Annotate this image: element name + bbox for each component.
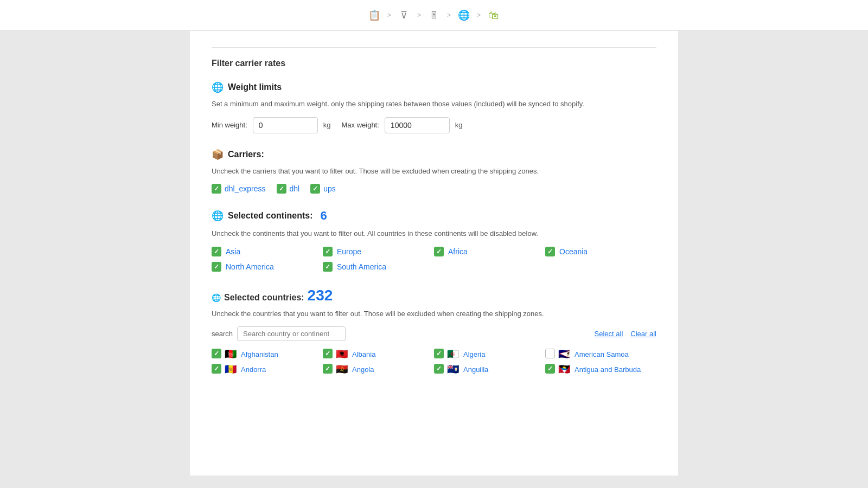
continent-south-america-checkbox[interactable] bbox=[323, 262, 333, 272]
step-document-icon[interactable]: 📋 bbox=[366, 7, 383, 24]
carrier-dhl-express-label: dhl_express bbox=[225, 184, 266, 193]
country-american-samoa-flag: 🇦🇸 bbox=[558, 349, 571, 358]
select-all-button[interactable]: Select all bbox=[595, 330, 623, 338]
country-american-samoa-row[interactable]: 🇦🇸 American Samoa bbox=[545, 349, 656, 358]
carriers-list: dhl_express dhl ups bbox=[212, 184, 656, 194]
country-anguilla-row[interactable]: 🇦🇮 Anguilla bbox=[434, 364, 545, 374]
country-american-samoa-checkbox[interactable] bbox=[545, 349, 555, 358]
country-angola-row[interactable]: 🇦🇴 Angola bbox=[323, 364, 434, 374]
carriers-section: 📦 Carriers: Uncheck the carriers that yo… bbox=[212, 149, 656, 194]
country-anguilla-checkbox[interactable] bbox=[434, 364, 444, 374]
continent-oceania[interactable]: Oceania bbox=[545, 247, 656, 256]
countries-heading-label: Selected countries: bbox=[224, 293, 304, 303]
countries-grid: 🇦🇫 Afghanistan 🇦🇱 Albania 🇩🇿 Algeria bbox=[212, 349, 656, 374]
min-weight-unit: kg bbox=[323, 121, 331, 129]
country-algeria-checkbox[interactable] bbox=[434, 349, 444, 358]
continents-grid: Asia Europe Africa Oceania North America bbox=[212, 247, 656, 272]
country-angola-label: Angola bbox=[352, 365, 374, 374]
page-title: Filter carrier rates bbox=[212, 59, 656, 68]
continents-count: 6 bbox=[320, 209, 327, 223]
country-search-input[interactable] bbox=[237, 326, 346, 341]
list-item: 🇦🇱 Albania bbox=[323, 349, 434, 358]
carrier-dhl-express-checkbox[interactable] bbox=[212, 184, 221, 194]
list-item: 🇦🇴 Angola bbox=[323, 364, 434, 374]
list-item: 🇦🇸 American Samoa bbox=[545, 349, 656, 358]
country-albania-checkbox[interactable] bbox=[323, 349, 333, 358]
country-albania-flag: 🇦🇱 bbox=[336, 349, 349, 358]
country-andorra-row[interactable]: 🇦🇩 Andorra bbox=[212, 364, 323, 374]
country-afghanistan-row[interactable]: 🇦🇫 Afghanistan bbox=[212, 349, 323, 358]
step-shopify-icon[interactable]: 🛍 bbox=[485, 7, 502, 24]
continent-europe-label: Europe bbox=[337, 247, 361, 256]
continent-asia-label: Asia bbox=[226, 247, 240, 256]
country-antigua-checkbox[interactable] bbox=[545, 364, 555, 374]
step-filter-icon[interactable]: ⊽ bbox=[395, 7, 413, 24]
weight-inputs-row: Min weight: kg Max weight: kg bbox=[212, 117, 656, 133]
clear-all-button[interactable]: Clear all bbox=[630, 330, 656, 338]
continent-africa-checkbox[interactable] bbox=[434, 247, 444, 256]
max-weight-input[interactable] bbox=[385, 117, 450, 133]
country-algeria-flag: 🇩🇿 bbox=[447, 349, 460, 358]
continent-oceania-checkbox[interactable] bbox=[545, 247, 555, 256]
country-anguilla-flag: 🇦🇮 bbox=[447, 364, 460, 373]
continent-africa[interactable]: Africa bbox=[434, 247, 545, 256]
countries-header: 🌐 Selected countries: 232 bbox=[212, 287, 656, 304]
list-item: 🇦🇩 Andorra bbox=[212, 364, 323, 374]
carriers-heading: 📦 Carriers: bbox=[212, 149, 656, 160]
max-weight-label: Max weight: bbox=[341, 121, 379, 129]
country-afghanistan-flag: 🇦🇫 bbox=[225, 349, 238, 358]
continent-south-america-label: South America bbox=[337, 262, 386, 271]
list-item: 🇩🇿 Algeria bbox=[434, 349, 545, 358]
weight-limits-section: 🌐 Weight limits Set a minimum and maximu… bbox=[212, 81, 656, 133]
continent-north-america-label: North America bbox=[226, 262, 274, 271]
step-sep-4: > bbox=[477, 11, 481, 19]
step-sep-1: > bbox=[387, 11, 391, 19]
carrier-dhl-express[interactable]: dhl_express bbox=[212, 184, 266, 194]
search-left: search bbox=[212, 326, 346, 341]
top-navigation: 📋 > ⊽ > 🎚 > 🌐 > 🛍 bbox=[0, 0, 868, 31]
country-algeria-row[interactable]: 🇩🇿 Algeria bbox=[434, 349, 545, 358]
continent-europe[interactable]: Europe bbox=[323, 247, 434, 256]
country-andorra-flag: 🇦🇩 bbox=[225, 364, 238, 373]
country-anguilla-label: Anguilla bbox=[463, 365, 488, 374]
country-antigua-flag: 🇦🇬 bbox=[558, 364, 571, 373]
country-angola-checkbox[interactable] bbox=[323, 364, 333, 374]
country-antigua-row[interactable]: 🇦🇬 Antigua and Barbuda bbox=[545, 364, 656, 374]
continent-asia[interactable]: Asia bbox=[212, 247, 323, 256]
countries-desc: Uncheck the countries that you want to f… bbox=[212, 309, 656, 319]
carrier-icon: 📦 bbox=[212, 149, 224, 160]
continent-south-america[interactable]: South America bbox=[323, 262, 434, 272]
search-actions: Select all Clear all bbox=[595, 330, 656, 338]
countries-search-row: search Select all Clear all bbox=[212, 326, 656, 341]
continent-north-america[interactable]: North America bbox=[212, 262, 323, 272]
globe-icon-countries: 🌐 bbox=[212, 293, 221, 302]
carrier-dhl[interactable]: dhl bbox=[277, 184, 300, 194]
top-divider bbox=[212, 47, 656, 48]
carrier-ups-label: ups bbox=[323, 184, 336, 193]
continent-north-america-checkbox[interactable] bbox=[212, 262, 221, 272]
globe-icon-continents: 🌐 bbox=[212, 210, 224, 222]
country-andorra-checkbox[interactable] bbox=[212, 364, 221, 374]
country-albania-row[interactable]: 🇦🇱 Albania bbox=[323, 349, 434, 358]
continents-desc: Uncheck the continents that you want to … bbox=[212, 228, 656, 239]
continent-asia-checkbox[interactable] bbox=[212, 247, 221, 256]
step-network-icon[interactable]: 🌐 bbox=[455, 7, 473, 24]
carrier-ups[interactable]: ups bbox=[310, 184, 336, 194]
carrier-dhl-label: dhl bbox=[290, 184, 300, 193]
list-item: 🇦🇮 Anguilla bbox=[434, 364, 545, 374]
list-item: 🇦🇬 Antigua and Barbuda bbox=[545, 364, 656, 374]
carrier-dhl-checkbox[interactable] bbox=[277, 184, 286, 194]
min-weight-input[interactable] bbox=[253, 117, 318, 133]
country-afghanistan-label: Afghanistan bbox=[241, 350, 278, 358]
weight-limits-heading: 🌐 Weight limits bbox=[212, 81, 656, 93]
carriers-desc: Uncheck the carriers that you want to fi… bbox=[212, 166, 656, 177]
main-container: Filter carrier rates 🌐 Weight limits Set… bbox=[190, 31, 678, 476]
step-sliders-icon[interactable]: 🎚 bbox=[425, 7, 443, 24]
country-angola-flag: 🇦🇴 bbox=[336, 364, 349, 373]
search-label: search bbox=[212, 330, 233, 338]
country-afghanistan-checkbox[interactable] bbox=[212, 349, 221, 358]
carrier-ups-checkbox[interactable] bbox=[310, 184, 320, 194]
countries-section: 🌐 Selected countries: 232 Uncheck the co… bbox=[212, 287, 656, 374]
continent-europe-checkbox[interactable] bbox=[323, 247, 333, 256]
continents-heading: 🌐 Selected continents: 6 bbox=[212, 209, 656, 223]
